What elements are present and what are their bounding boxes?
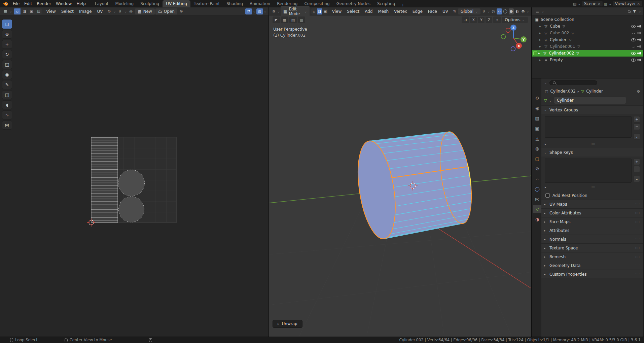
viewport-editor-type-chevron-icon[interactable]: ⌄ [277, 9, 280, 13]
mode-selector[interactable]: ▦ Edit Mode ⌄ [281, 6, 310, 17]
expand-icon[interactable]: ▸ [539, 58, 542, 62]
gizmo-neg-y-axis[interactable] [501, 35, 506, 39]
outliner-row-empty[interactable]: ▸ ∗ Empty [532, 57, 643, 63]
workspace-tab-animation[interactable]: Animation [246, 0, 274, 7]
outliner-row-cube-002[interactable]: ▸ ▽ Cube.002 ▽ [532, 30, 643, 36]
outliner-display-mode-icon[interactable]: ☰ [534, 8, 541, 14]
transform-orientation-icon[interactable]: ⇅ [452, 8, 457, 14]
uv-pivot-icon[interactable]: ⊙ [106, 8, 113, 14]
tweak-toggle-icon[interactable]: ▦ [281, 16, 288, 23]
uv-sync-select-icon[interactable]: ⇄ [245, 8, 252, 14]
hide-viewport-toggle[interactable] [631, 59, 636, 62]
vp-menu-face[interactable]: Face [426, 8, 439, 14]
vertex-groups-list[interactable] [545, 116, 632, 138]
panel-normals-header[interactable]: ▸ Normals ∷∷ [541, 235, 643, 243]
mirror-z-button[interactable]: Z [486, 17, 492, 23]
workspace-tab-scripting[interactable]: Scripting [374, 0, 398, 7]
uv-select-mode-vertex[interactable]: ▫ [14, 8, 21, 14]
outliner-row-cylinder[interactable]: ▸ ▽ Cylinder ▽ [532, 36, 643, 43]
outliner-row-cylinder-002[interactable]: ▸ ▽ Cylinder.002 ▽ [532, 50, 643, 57]
properties-filter-chevron-icon[interactable]: ⌄ [544, 81, 547, 85]
panel-uv-maps-header[interactable]: ▸ UV Maps ∷∷ [541, 200, 643, 208]
properties-tab-object-data[interactable]: ▽ [533, 205, 541, 213]
gizmo-neg-z-axis[interactable] [511, 47, 515, 51]
uv-cylinder-cap-island-bottom[interactable] [119, 197, 144, 222]
tool-transform[interactable]: ◉ [2, 70, 12, 79]
disable-render-toggle[interactable] [637, 45, 641, 48]
uv-pivot-chevron-icon[interactable]: ⌄ [113, 9, 116, 13]
properties-tab-object[interactable]: ▢ [533, 155, 541, 163]
panel-geometry-data-header[interactable]: ▸ Geometry Data ∷∷ [541, 261, 643, 270]
shading-chevron-icon[interactable]: ⌄ [527, 9, 529, 13]
uv-canvas[interactable]: ◻ ⊕ + ↻ ◱ ◉ ✎ ◫ ◖ ∿ ⋈ [0, 15, 269, 337]
viewlayer-chevron-icon[interactable]: ⌄ [609, 2, 611, 6]
breadcrumb-data[interactable]: Cylinder [586, 89, 603, 94]
tool-rip-region[interactable]: ◫ [2, 90, 12, 99]
viewlayer-browse-icon[interactable]: ▥ [604, 2, 607, 6]
blender-logo-icon[interactable] [3, 1, 8, 6]
properties-tab-material[interactable]: ◑ [533, 215, 541, 223]
snap-magnet-icon[interactable]: ∪ [481, 8, 487, 14]
pin-icon[interactable]: ⊚ [637, 89, 640, 94]
outliner-row-cylinder-001[interactable]: ▸ ▽ Cylinder.001 ▽ [532, 43, 643, 50]
expand-icon[interactable]: ▸ [539, 31, 542, 35]
outliner-row-cube[interactable]: ▸ ▽ Cube ▽ [532, 23, 643, 30]
uv-editor-type-icon[interactable]: ▦ [2, 8, 9, 14]
shape-key-remove-button[interactable]: − [634, 166, 640, 172]
properties-search-field[interactable] [549, 80, 597, 85]
uv-snap-chevron-icon[interactable]: ⌄ [124, 9, 127, 13]
uv-select-mode-island[interactable]: ▤ [35, 8, 42, 14]
properties-tab-render[interactable]: ◉ [533, 104, 541, 112]
gizmo-neg-x-axis[interactable] [506, 28, 510, 33]
disable-render-toggle[interactable] [637, 59, 641, 61]
panel-face-maps-header[interactable]: ▸ Face Maps ∷∷ [541, 217, 643, 226]
panel-remesh-header[interactable]: ▸ Remesh ∷∷ [541, 252, 643, 261]
expand-icon[interactable]: ▸ [539, 45, 542, 48]
viewport-editor-type-icon[interactable]: ⧇ [271, 8, 277, 14]
expand-icon[interactable]: ▸ [538, 52, 541, 55]
select-mode-edge[interactable]: ◨ [317, 8, 323, 14]
image-new-button[interactable]: ▩ New [135, 8, 155, 14]
tool-pinch[interactable]: ⋈ [2, 121, 12, 130]
uv-sync-chevron-icon[interactable]: ⌄ [253, 9, 255, 13]
properties-tab-physics[interactable]: ◯ [533, 185, 541, 193]
outliner-display-chevron-icon[interactable]: ⌄ [541, 9, 544, 13]
vertex-group-remove-button[interactable]: − [634, 124, 640, 130]
tool-move[interactable]: + [2, 40, 12, 49]
mirror-y-button[interactable]: Y [478, 17, 485, 23]
uv-select-mode-edge[interactable]: ◨ [21, 8, 28, 14]
shading-rendered-icon[interactable]: ◓ [521, 8, 526, 14]
outliner-filter-chevron-icon[interactable]: ⌄ [639, 9, 641, 13]
properties-tab-scene[interactable]: ◬ [533, 134, 541, 142]
add-rest-position-checkbox[interactable] [545, 193, 550, 198]
vertex-group-add-button[interactable]: + [634, 116, 640, 123]
properties-tab-particles[interactable]: ∴ [533, 175, 541, 183]
properties-tab-world[interactable]: ◍ [533, 144, 541, 152]
options-dropdown[interactable]: Options ⌄ [502, 17, 528, 23]
uv-cylinder-cap-island-top[interactable] [118, 170, 145, 196]
workspace-tab-sculpting[interactable]: Sculpting [137, 0, 163, 7]
uv-snap-magnet-icon[interactable]: ∪ [117, 8, 123, 14]
vp-menu-view[interactable]: View [330, 8, 344, 14]
vp-menu-uv[interactable]: UV [440, 8, 451, 14]
uv-overlay-chevron-icon[interactable]: ⌄ [264, 9, 266, 13]
list-filter-expand-icon[interactable]: ▸ [545, 142, 546, 146]
panel-vertex-groups-header[interactable]: ⌄ Vertex Groups [541, 106, 643, 114]
shading-wireframe-icon[interactable]: ◯ [503, 8, 508, 14]
disable-render-toggle[interactable] [637, 25, 641, 28]
select-mode-vertex[interactable]: ▫ [311, 8, 317, 14]
viewlayer-remove-icon[interactable]: ✕ [637, 2, 640, 6]
vertex-group-specials-button[interactable]: ⌄ [634, 133, 640, 140]
properties-tab-modifiers[interactable]: ⚙ [533, 165, 541, 173]
viewport-canvas[interactable]: ◤ ▦ ▤ ▥ ⊿ X Y Z ⌖ Options ⌄ [269, 15, 531, 337]
tool-scale[interactable]: ◱ [2, 60, 12, 69]
properties-tab-constraints[interactable]: ⋉ [533, 195, 541, 203]
hide-viewport-toggle[interactable] [631, 52, 636, 55]
hide-viewport-toggle[interactable] [631, 25, 636, 28]
uv-unwrap-layout[interactable] [81, 127, 188, 234]
scene-chevron-icon[interactable]: ⌄ [578, 2, 581, 6]
uv-proportional-edit-icon[interactable]: ◎ [128, 8, 134, 14]
gizmo-toggle-icon[interactable]: ▥ [298, 16, 305, 23]
outliner-row-scene-collection[interactable]: ▣ Scene Collection [532, 16, 643, 23]
menu-file[interactable]: File [10, 1, 22, 7]
